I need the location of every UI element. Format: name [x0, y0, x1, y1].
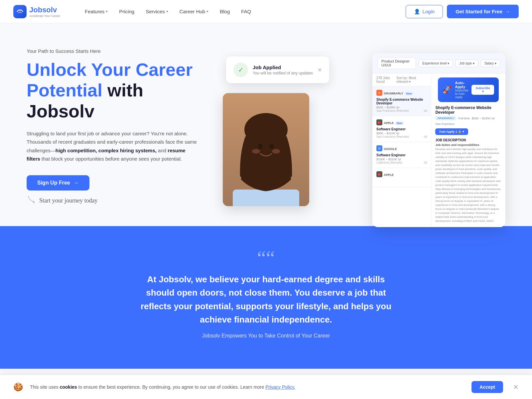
nav-services[interactable]: Services ▾ — [141, 6, 173, 17]
close-cookie-banner-icon[interactable]: ✕ — [513, 383, 519, 391]
start-journey-text: Start your journey today — [39, 197, 97, 204]
hero-right: ✓ Job Applied You will be notified of an… — [213, 47, 505, 206]
apple-logo: 🍎 — [376, 119, 382, 125]
navbar: Jobsolv Accelerate Your Career Features … — [0, 0, 532, 23]
chevron-down-icon: ▾ — [206, 9, 208, 14]
fast-apply-button[interactable]: Fast Apply 1 🔒 ▾ — [435, 128, 468, 135]
svg-point-7 — [252, 149, 260, 154]
rocket-icon: 🚀 — [443, 85, 452, 94]
results-header: 278 Jobs found Sort by: Most relevant ▾ — [372, 73, 431, 86]
nav-faq[interactable]: FAQ — [236, 6, 256, 17]
job-description-text: Develop and maintain high-quality user i… — [435, 147, 501, 223]
hero-cta-wrap: Sign Up Free → Start your journey today — [27, 175, 200, 204]
person-illustration — [223, 93, 309, 206]
user-icon: 👤 — [414, 9, 420, 15]
apple-logo-2: 🍎 — [376, 171, 382, 177]
chevron-down-icon: ▾ — [166, 9, 168, 14]
job-applied-subtitle: You will be notified of any updates — [253, 71, 313, 75]
nav-links: Features ▾ Pricing Services ▾ Career Hub… — [80, 6, 406, 17]
grammarly-logo: G — [376, 90, 382, 96]
hero-description: Struggling to land your first job or adv… — [27, 129, 200, 163]
hero-title: Unlock Your Career Potential with Jobsol… — [27, 59, 200, 121]
hero-subtitle: Your Path to Success Starts Here — [27, 48, 200, 54]
login-button[interactable]: 👤 Login — [406, 5, 443, 18]
cookie-icon: 🍪 — [13, 382, 23, 392]
cookie-banner: 🍪 This site uses cookies to ensure the b… — [0, 375, 532, 399]
filter-jobtype[interactable]: Job type ▾ — [456, 60, 478, 67]
blue-quote-section: ““ At Jobsolv, we believe your hard-earn… — [0, 226, 532, 369]
nav-features[interactable]: Features ▾ — [80, 6, 112, 17]
quote-mark: ““ — [27, 253, 505, 263]
cookie-text: This site uses cookies to ensure the bes… — [30, 384, 465, 390]
accept-cookies-button[interactable]: Accept — [471, 381, 503, 393]
job-list: 278 Jobs found Sort by: Most relevant ▾ … — [372, 73, 431, 227]
filter-salary[interactable]: Salary ▾ — [481, 60, 500, 67]
job-description-header: JOB DESCRIPTION — [435, 138, 501, 142]
job-duties-header: Job duties and responsibilities — [435, 143, 501, 147]
get-started-button[interactable]: Get Started for Free → — [447, 5, 519, 18]
job-applied-card: ✓ Job Applied You will be notified of an… — [226, 57, 329, 83]
mockup-header: Product Designer UX/UI Experience level … — [372, 53, 505, 73]
hero-person-photo — [223, 93, 309, 206]
hero-section: Your Path to Success Starts Here Unlock … — [0, 23, 532, 226]
svg-point-6 — [269, 144, 274, 149]
privacy-policy-link[interactable]: Privacy Policy. — [265, 384, 295, 390]
mockup-body: 278 Jobs found Sort by: Most relevant ▾ … — [372, 73, 505, 227]
nav-career-hub[interactable]: Career Hub ▾ — [175, 6, 213, 17]
mockup-search[interactable]: Product Designer UX/UI — [378, 57, 416, 69]
quote-subtitle: Jobsolv Empowers You to Take Control of … — [27, 333, 505, 339]
job-applied-title: Job Applied — [253, 65, 313, 70]
arrow-icon: → — [505, 9, 510, 14]
svg-rect-2 — [233, 190, 299, 206]
svg-point-5 — [258, 144, 263, 149]
job-detail-title: Shopify E-commerce Website Developer — [435, 105, 501, 115]
arrow-curve-icon — [27, 195, 37, 204]
logo[interactable]: Jobsolv Accelerate Your Career — [13, 5, 60, 18]
nav-blog[interactable]: Blog — [215, 6, 234, 17]
job-item-apple-1[interactable]: 🍎 APPLE New Software Engineer $90K – $31… — [372, 116, 431, 142]
handwriting-area: Start your journey today — [27, 195, 97, 204]
logo-icon — [13, 5, 27, 18]
job-applied-info: Job Applied You will be notified of any … — [253, 65, 313, 75]
job-item-google[interactable]: G GOOGLE Software Engineer $100K – $310K… — [372, 142, 431, 168]
job-detail-meta: GRAMMARLY Full-time $50K – $195K /yr San… — [435, 116, 501, 126]
chevron-down-icon: ▾ — [106, 9, 108, 14]
quote-text: At Jobsolv, we believe your hard-earned … — [140, 273, 392, 326]
filter-experience[interactable]: Experience level ▾ — [419, 60, 453, 67]
check-icon: ✓ — [233, 63, 248, 77]
job-item-apple-2[interactable]: 🍎 APPLE — [372, 168, 431, 187]
svg-point-8 — [272, 149, 280, 154]
arrow-icon: → — [73, 180, 79, 186]
google-logo: G — [376, 145, 382, 151]
nav-pricing[interactable]: Pricing — [114, 6, 139, 17]
job-item-grammarly[interactable]: G GRAMMARLY New Shopify E-commerce Websi… — [372, 86, 431, 116]
auto-apply-banner: 🚀 Auto-Apply Subscribe to Auto-Apply Sub… — [438, 77, 499, 102]
hero-left: Your Path to Success Starts Here Unlock … — [27, 48, 200, 204]
close-icon[interactable]: ✕ — [318, 67, 322, 73]
signup-button[interactable]: Sign Up Free → — [27, 175, 89, 191]
app-mockup: Product Designer UX/UI Experience level … — [372, 53, 505, 227]
job-detail: 🚀 Auto-Apply Subscribe to Auto-Apply Sub… — [431, 73, 505, 227]
nav-actions: 👤 Login Get Started for Free → — [406, 5, 519, 18]
subscribe-button[interactable]: Subscribe ▾ — [471, 85, 494, 95]
